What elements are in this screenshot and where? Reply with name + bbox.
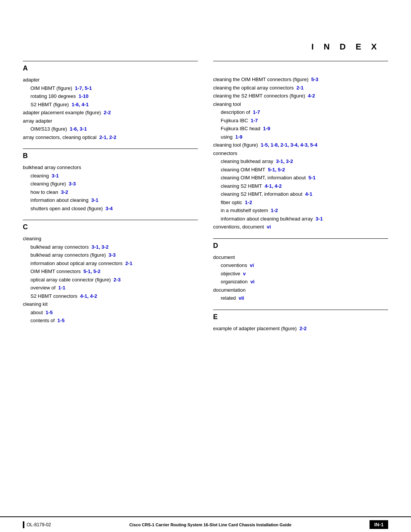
letter-b: B [23,152,198,160]
ref-link[interactable]: 1-7 [251,118,258,123]
ref-link[interactable]: 2-3 [113,277,121,283]
ref-link[interactable]: 2-1, 2-2 [99,134,116,140]
ref-link[interactable]: vi [250,262,254,268]
letter-e: E [213,313,388,321]
footer-page-label: IN-1 [370,520,388,529]
list-item: documentation [213,286,388,294]
list-item: description of 1-7 [221,109,388,116]
ref-link[interactable]: 1-1 [58,285,65,291]
footer-guide-title: Cisco CRS-1 Carrier Routing System 16-Sl… [51,522,370,527]
ref-link[interactable]: 5-1 [309,175,316,181]
ref-link[interactable]: 5-1, 5-2 [83,268,100,274]
content-area: A adapter OIM HBMT (figure) 1-7, 5-1 rot… [0,61,411,363]
ref-link[interactable]: 4-1, 4-2 [80,293,97,299]
list-item: rotating 180 degrees 1-10 [30,93,198,100]
ref-link[interactable]: 3-3 [68,181,76,187]
ref-link[interactable]: 3-2 [61,189,68,195]
list-item: bulkhead array connectors (figure) 3-3 [30,251,198,259]
ref-link[interactable]: 3-3 [108,252,116,258]
ref-link[interactable]: 1-9 [263,126,270,131]
list-item: contents of 1-5 [30,317,198,324]
letter-c: C [23,223,198,231]
list-item: cleaning bulkhead array 3-1, 3-2 [221,158,388,165]
ref-link[interactable]: 1-7, 5-1 [75,85,92,91]
ref-link[interactable]: 4-1 [305,191,312,197]
divider-c-right [213,61,388,61]
ref-link[interactable]: vi [250,279,255,284]
list-item: cleaning the optical array connectors 2-… [213,84,388,92]
ref-link[interactable]: 1-6, 3-1 [70,126,87,132]
left-column: A adapter OIM HBMT (figure) 1-7, 5-1 rot… [23,61,198,340]
page: I N D E X A adapter OIM HBMT (figure) 1-… [0,0,411,532]
ref-link[interactable]: 1-9 [235,134,242,140]
divider-d [213,238,388,239]
list-item: shutters open and closed (figure) 3-4 [30,205,198,212]
list-item: cleaning S2 HBMT 4-1, 4-2 [221,182,388,190]
list-item: array adapter [23,117,198,125]
list-item: cleaning tool (figure) 1-5, 1-8, 2-1, 3-… [213,141,388,149]
list-item: overview of 1-1 [30,284,198,292]
ref-link[interactable]: 1-2 [271,208,278,213]
ref-link[interactable]: vii [239,295,244,301]
ref-link[interactable]: 4-1, 4-2 [264,183,282,189]
divider-b [23,149,198,149]
list-item: using 1-9 [221,133,388,141]
list-item: Fujikura IBC 1-7 [221,117,388,125]
ref-link[interactable]: 4-2 [308,93,315,99]
ref-link[interactable]: 3-1, 3-2 [91,244,108,250]
list-item: information about cleaning bulkhead arra… [221,215,388,223]
letter-d: D [213,242,388,250]
ref-link[interactable]: 1-5, 1-8, 2-1, 3-4, 4-3, 5-4 [261,142,317,148]
ref-link[interactable]: vi [267,224,271,230]
ref-link[interactable]: 5-1, 5-2 [268,167,285,173]
list-item: OIM HBMT connectors 5-1, 5-2 [30,268,198,275]
letter-a: A [23,64,198,72]
ref-link[interactable]: 3-1, 3-2 [276,158,293,164]
ref-link[interactable]: 1-10 [78,93,88,99]
list-item: how to clean 3-2 [30,189,198,196]
ref-link[interactable]: 1-7 [253,109,260,115]
list-item: array connectors, cleaning optical 2-1, … [23,134,198,141]
list-item: information about cleaning 3-1 [30,197,198,204]
list-item: OIM/S13 (figure) 1-6, 3-1 [30,125,198,133]
section-a: A adapter OIM HBMT (figure) 1-7, 5-1 rot… [23,61,198,141]
ref-link[interactable]: v [243,271,246,276]
ref-link[interactable]: 1-5 [57,318,65,323]
ref-link[interactable]: 3-1 [91,197,99,203]
ref-link[interactable]: 3-1 [315,216,323,222]
list-item: cleaning [23,235,198,243]
ref-link[interactable]: 1-2 [245,200,252,205]
list-item: S2 HBMT connectors 4-1, 4-2 [30,292,198,300]
list-item: optical array cable connector (figure) 2… [30,276,198,284]
list-item: cleaning (figure) 3-3 [30,180,198,188]
ref-link[interactable]: 2-1 [296,85,304,91]
section-b: B bulkhead array connectors cleaning 3-1… [23,149,198,212]
right-column: cleaning the OIM HBMT connectors (figure… [213,61,388,340]
list-item: cleaning OIM HBMT 5-1, 5-2 [221,166,388,174]
list-item: S2 HBMT (figure) 1-6, 4-1 [30,101,198,109]
ref-link[interactable]: 5-3 [311,77,319,82]
section-c: C cleaning bulkhead array connectors 3-1… [23,220,198,324]
list-item: example of adapter placement (figure) 2-… [213,325,388,332]
ref-link[interactable]: 2-1 [125,260,132,266]
ref-link[interactable]: 2-2 [104,110,111,115]
list-item: cleaning OIM HBMT, information about 5-1 [221,174,388,182]
list-item: conventions, document vi [213,223,388,231]
list-item: OIM HBMT (figure) 1-7, 5-1 [30,85,198,92]
section-d: D document conventions vi objective v or… [213,238,388,302]
list-item: about 1-5 [30,309,198,316]
footer-left: OL-8179-02 [23,521,51,528]
list-item: cleaning the S2 HBMT connectors (figure)… [213,92,388,100]
divider-c [23,220,198,220]
list-item: cleaning tool [213,101,388,108]
ref-link[interactable]: 2-2 [299,326,307,331]
list-item: conventions vi [221,262,388,269]
ref-link[interactable]: 1-6, 4-1 [72,102,89,107]
list-item: cleaning S2 HBMT, information about 4-1 [221,190,388,198]
index-title: I N D E X [311,42,381,52]
ref-link[interactable]: 3-1 [52,173,59,179]
two-columns: A adapter OIM HBMT (figure) 1-7, 5-1 rot… [23,61,388,340]
ref-link[interactable]: 1-5 [46,310,53,315]
list-item: Fujikura IBC head 1-9 [221,125,388,133]
ref-link[interactable]: 3-4 [105,206,113,211]
